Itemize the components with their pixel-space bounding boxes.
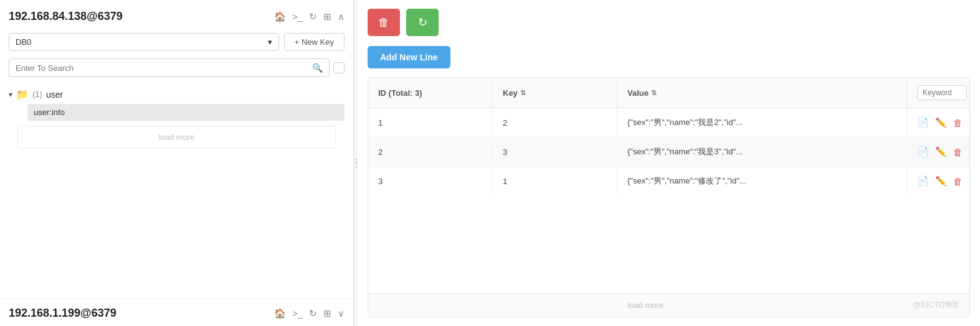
- server2-title: 192.168.1.199@6379: [9, 307, 117, 320]
- delete-button[interactable]: 🗑: [368, 9, 400, 36]
- trash-icon: 🗑: [378, 16, 389, 29]
- td-id: 1: [368, 109, 493, 136]
- db-select[interactable]: DB0 ▾: [9, 33, 279, 51]
- edit-icon[interactable]: ✏️: [935, 175, 947, 187]
- divider-dot: [355, 166, 357, 168]
- checkbox-icon[interactable]: [333, 62, 345, 73]
- td-value: {"sex":"男","name":"我是3","id"...: [617, 137, 907, 166]
- td-key: 1: [493, 168, 617, 195]
- terminal-icon[interactable]: >_: [292, 11, 303, 22]
- keyword-input[interactable]: [917, 85, 967, 100]
- row-delete-icon[interactable]: 🗑: [953, 147, 963, 157]
- table-footer: load more @51CTO博客: [368, 293, 969, 317]
- th-id-label: ID (Total: 3): [378, 88, 422, 98]
- table-row: 2 3 {"sex":"男","name":"我是3","id"... 📄 ✏️…: [368, 137, 969, 167]
- th-key-label: Key: [503, 88, 518, 98]
- server2-icons: 🏠 >_ ↻ ⊞ ∨: [274, 308, 345, 319]
- table-row: 3 1 {"sex":"男","name":"修改了","id"... 📄 ✏️…: [368, 167, 969, 195]
- td-value: {"sex":"男","name":"修改了","id"...: [617, 167, 907, 195]
- refresh2-icon[interactable]: ↻: [309, 308, 317, 319]
- server1-icons: 🏠 >_ ↻ ⊞ ∧: [274, 11, 345, 22]
- db-row: DB0 ▾ + New Key: [0, 29, 353, 55]
- left-panel: 192.168.84.138@6379 🏠 >_ ↻ ⊞ ∧ DB0 ▾ + N…: [0, 0, 354, 326]
- chevron-up-icon[interactable]: ∧: [338, 11, 345, 22]
- table-header: ID (Total: 3) Key ⇅ Value ⇅: [368, 78, 969, 108]
- search-row: 🔍: [0, 55, 353, 81]
- grid2-icon[interactable]: ⊞: [323, 308, 331, 319]
- sort-arrows-key[interactable]: ⇅: [520, 90, 526, 96]
- search-input[interactable]: [16, 63, 310, 73]
- home2-icon[interactable]: 🏠: [274, 308, 286, 319]
- right-panel: 🗑 ↻ Add New Line ID (Total: 3) Key ⇅ Val…: [358, 0, 980, 326]
- refresh-data-icon: ↻: [418, 16, 427, 29]
- divider-dots: [355, 159, 357, 168]
- th-id: ID (Total: 3): [368, 78, 493, 108]
- view-icon[interactable]: 📄: [917, 117, 929, 128]
- view-icon[interactable]: 📄: [917, 175, 929, 187]
- td-id: 3: [368, 168, 493, 195]
- refresh-icon[interactable]: ↻: [309, 11, 317, 22]
- table-load-more[interactable]: load more: [378, 300, 913, 310]
- chevron-down-icon: ▾: [268, 37, 272, 47]
- td-value: {"sex":"男","name":"我是2","id"...: [617, 108, 907, 137]
- row-delete-icon[interactable]: 🗑: [953, 118, 963, 128]
- add-new-line-button[interactable]: Add New Line: [368, 46, 450, 68]
- folder-icon: 📁: [16, 88, 29, 100]
- edit-icon[interactable]: ✏️: [935, 117, 947, 128]
- td-actions: 📄 ✏️ 🗑: [907, 167, 969, 195]
- tree-section: ▾ 📁 (1) user user:info load more: [0, 81, 353, 299]
- td-key: 3: [493, 139, 617, 165]
- tree-label: user: [46, 90, 63, 100]
- edit-icon[interactable]: ✏️: [935, 146, 947, 157]
- td-actions: 📄 ✏️ 🗑: [907, 108, 969, 137]
- home-icon[interactable]: 🏠: [274, 11, 286, 22]
- tree-arrow-icon: ▾: [9, 90, 12, 99]
- terminal2-icon[interactable]: >_: [292, 308, 303, 319]
- td-actions: 📄 ✏️ 🗑: [907, 137, 969, 166]
- data-table: ID (Total: 3) Key ⇅ Value ⇅ 1 2 {"sex":"…: [368, 77, 970, 317]
- row-delete-icon[interactable]: 🗑: [953, 176, 963, 187]
- grid-icon[interactable]: ⊞: [323, 11, 331, 22]
- search-icon[interactable]: 🔍: [312, 63, 323, 73]
- db-select-value: DB0: [16, 37, 31, 47]
- divider-dot: [355, 159, 357, 161]
- add-line-row: Add New Line: [368, 44, 970, 68]
- th-actions: [907, 78, 969, 108]
- refresh-data-button[interactable]: ↻: [406, 9, 439, 36]
- td-key: 2: [493, 109, 617, 136]
- tree-count: (1): [32, 90, 42, 99]
- chevron-down2-icon[interactable]: ∨: [338, 308, 345, 319]
- search-input-wrapper: 🔍: [9, 58, 330, 77]
- toolbar-row: 🗑 ↻: [368, 9, 970, 36]
- tree-root-item[interactable]: ▾ 📁 (1) user: [9, 86, 345, 103]
- th-value: Value ⇅: [617, 78, 907, 108]
- sort-arrows-value[interactable]: ⇅: [651, 90, 657, 96]
- th-value-label: Value: [627, 88, 649, 98]
- table-body: 1 2 {"sex":"男","name":"我是2","id"... 📄 ✏️…: [368, 108, 969, 293]
- th-key: Key ⇅: [493, 78, 617, 108]
- server2-header: 192.168.1.199@6379 🏠 >_ ↻ ⊞ ∨: [0, 299, 353, 326]
- new-key-button[interactable]: + New Key: [284, 33, 345, 51]
- table-row: 1 2 {"sex":"男","name":"我是2","id"... 📄 ✏️…: [368, 108, 969, 137]
- divider-dot: [355, 162, 357, 164]
- td-id: 2: [368, 139, 493, 165]
- server1-header: 192.168.84.138@6379 🏠 >_ ↻ ⊞ ∧: [0, 0, 353, 29]
- load-more-button[interactable]: load more: [17, 126, 336, 149]
- tree-child-item[interactable]: user:info: [27, 104, 345, 121]
- server1-title: 192.168.84.138@6379: [9, 10, 123, 23]
- view-icon[interactable]: 📄: [917, 146, 929, 157]
- watermark: @51CTO博客: [913, 300, 959, 310]
